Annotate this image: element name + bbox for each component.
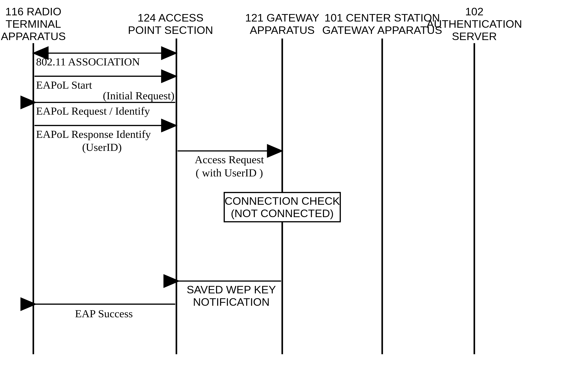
connection-check-line1: CONNECTION CHECK (225, 195, 340, 207)
msg-association-label: 802.11 ASSOCIATION (36, 56, 140, 68)
lifeline-4-label-1: 101 CENTER STATION (324, 12, 440, 24)
lifeline-3-label-1: 121 GATEWAY (245, 12, 319, 24)
msg-eapol-resp-label-1: EAPoL Response Identify (36, 128, 151, 140)
connection-check-line2: (NOT CONNECTED) (231, 208, 334, 219)
msg-wepkey-label-2: NOTIFICATION (193, 296, 270, 308)
lifeline-5-label-1: 102 (465, 6, 483, 18)
lifeline-1-label-3: APPARATUS (1, 30, 66, 42)
lifeline-4-label-2: GATEWAY APPARATUS (322, 24, 442, 36)
lifeline-2-label-1: 124 ACCESS (138, 12, 204, 24)
msg-eap-success-label: EAP Success (75, 307, 133, 319)
msg-access-req-label-1: Access Request (195, 154, 264, 166)
lifeline-1-label-1: 116 RADIO (5, 6, 61, 18)
lifeline-1-label-2: TERMINAL (5, 18, 61, 30)
msg-eapol-start-label: EAPoL Start (36, 79, 92, 91)
sequence-diagram: 116 RADIO TERMINAL APPARATUS 124 ACCESS … (0, 0, 588, 385)
msg-eapol-resp-label-2: (UserID) (82, 141, 122, 153)
msg-eapol-req-label: EAPoL Request / Identify (36, 105, 150, 117)
msg-access-req-label-2: ( with UserID ) (196, 167, 263, 179)
lifeline-2-label-2: POINT SECTION (128, 24, 213, 36)
lifeline-3-label-2: APPARATUS (250, 24, 315, 36)
msg-eapol-start-sub: (Initial Request) (103, 90, 174, 102)
msg-wepkey-label-1: SAVED WEP KEY (187, 284, 276, 296)
lifeline-5-label-3: SERVER (452, 30, 497, 42)
lifeline-5-label-2: AUTHENTICATION (426, 18, 522, 30)
